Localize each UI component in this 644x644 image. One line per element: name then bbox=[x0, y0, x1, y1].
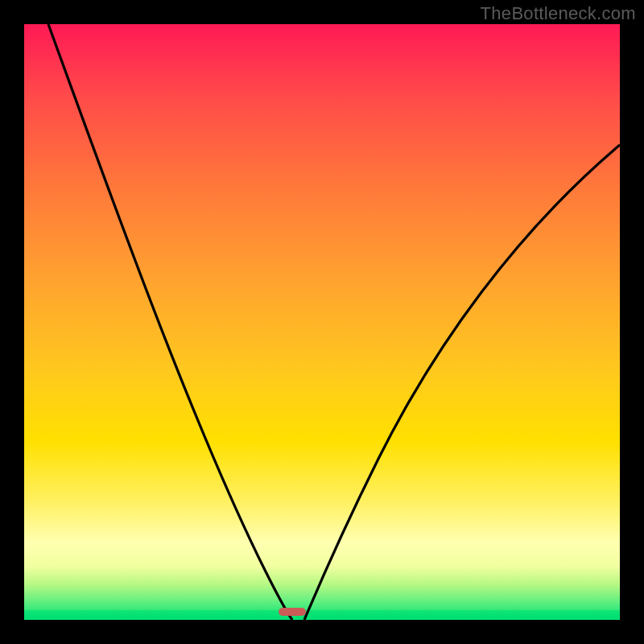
watermark-text: TheBottleneck.com bbox=[481, 3, 636, 24]
curve-right bbox=[304, 145, 620, 620]
curve-left bbox=[48, 24, 292, 620]
chart-frame: TheBottleneck.com bbox=[0, 0, 644, 644]
bottleneck-curve bbox=[24, 24, 620, 620]
optimal-marker bbox=[279, 608, 306, 616]
plot-area bbox=[24, 24, 620, 620]
